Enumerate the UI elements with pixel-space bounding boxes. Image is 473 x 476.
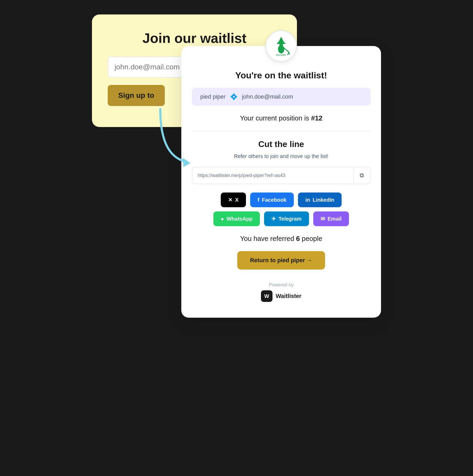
- brand-logo: pied piper: [265, 30, 297, 62]
- facebook-icon: f: [258, 197, 259, 203]
- confirmation-title: You're on the waitlist!: [225, 70, 337, 80]
- user-email: john.doe@mail.com: [242, 93, 293, 100]
- section-divider: [192, 131, 371, 131]
- svg-text:pied piper: pied piper: [276, 54, 286, 56]
- svg-point-8: [279, 43, 283, 46]
- share-whatsapp-button[interactable]: ● WhatsApp: [213, 211, 260, 226]
- whatsapp-icon: ●: [221, 216, 224, 222]
- share-email-button[interactable]: ✉ Email: [313, 211, 349, 226]
- copy-url-button[interactable]: ⧉: [353, 167, 370, 184]
- share-linkedin-button[interactable]: in LinkedIn: [298, 193, 342, 207]
- svg-marker-0: [183, 158, 191, 167]
- linkedin-icon: in: [305, 197, 310, 203]
- waitlister-logo: W: [261, 290, 273, 302]
- svg-line-7: [288, 53, 289, 55]
- arrow-illustration: [145, 104, 208, 179]
- share-facebook-button[interactable]: f Facebook: [250, 193, 294, 207]
- user-company: pied piper: [200, 93, 226, 100]
- svg-marker-1: [278, 37, 284, 43]
- share-buttons-container: ✕ X f Facebook in LinkedIn ● WhatsApp: [192, 193, 371, 226]
- x-icon: ✕: [228, 197, 233, 203]
- share-telegram-button[interactable]: ✈ Telegram: [264, 211, 309, 226]
- copy-icon: ⧉: [360, 172, 364, 179]
- position-text: Your current position is #12: [240, 114, 322, 122]
- email-icon: ✉: [321, 216, 325, 222]
- powered-by-section: Powered by W Waitlister: [261, 282, 301, 302]
- powered-by-label: Powered by: [269, 282, 294, 288]
- waitlister-branding: W Waitlister: [261, 290, 301, 302]
- referred-count-text: You have referred 6 people: [240, 235, 322, 243]
- waitlister-name: Waitlister: [276, 293, 301, 300]
- signup-title: Join our waitlist: [108, 30, 281, 46]
- confirmation-card: pied piper You're on the waitlist! pied …: [181, 46, 381, 318]
- referral-url-row: ⧉: [192, 167, 371, 184]
- diamond-icon: 💠: [230, 93, 238, 100]
- cut-subtitle: Refer others to join and move up the lis…: [234, 153, 328, 159]
- telegram-icon: ✈: [271, 216, 276, 222]
- share-row-2: ● WhatsApp ✈ Telegram ✉ Email: [213, 211, 349, 226]
- referral-url-input[interactable]: [192, 168, 353, 183]
- share-row-1: ✕ X f Facebook in LinkedIn: [221, 193, 342, 207]
- return-button[interactable]: Return to pied piper →: [237, 251, 325, 270]
- signup-button[interactable]: Sign up to: [108, 85, 165, 106]
- share-x-button[interactable]: ✕ X: [221, 193, 246, 207]
- user-info-row: pied piper 💠 john.doe@mail.com: [192, 88, 371, 106]
- cut-the-line-title: Cut the line: [258, 139, 304, 149]
